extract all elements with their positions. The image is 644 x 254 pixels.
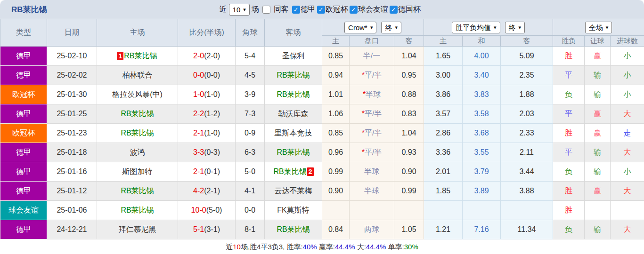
away-team-name: RB莱比锡 [273,167,307,175]
col-header-corner: 角球 [236,19,265,47]
avg-odds-draw: 4.00 [463,47,501,66]
sub-header-handicap: 盘口 [350,36,394,47]
avg-odds-draw: 7.16 [463,220,501,239]
handicap-cell: *平/半 [350,143,394,162]
away-team: 圣保利 [265,47,322,66]
table-row: 德甲 25-01-18 波鸿 3-3(0-3) 6-3 RB莱比锡 0.96 *… [0,143,644,162]
league-badge: 欧冠杯 [0,124,47,143]
league-filter-checkbox[interactable]: ✓ [390,6,398,14]
halftime-score: (3-1) [204,225,220,233]
corner-count: 4-1 [236,182,265,201]
fulltime-score: 1-0 [193,90,204,98]
match-date: 25-01-25 [47,104,97,124]
away-team-name: RB莱比锡 [276,71,310,79]
summary-segment: 30% [404,243,418,251]
same-venue-label: 同客 [274,5,289,15]
team-title: RB莱比锡 [11,4,47,15]
avg-odds-home [424,201,463,220]
col-header-date: 日期 [47,19,97,47]
summary-segment: 赢率: [317,243,335,251]
avg-odds-away: 2.33 [501,124,553,143]
match-count-select[interactable]: 10 ▾ [229,4,250,16]
handicap-value: 半球 [366,90,381,98]
col-header-score: 比分(半场) [178,19,236,47]
away-team: RB莱比锡 [265,143,322,162]
avg-odds-draw [463,201,501,220]
away-team-name: 云达不莱梅 [274,187,313,195]
league-filter-checkbox[interactable]: ✓ [317,6,325,14]
avg-odds-home: 3.57 [424,104,463,124]
league-badge: 德甲 [0,66,47,85]
odds-time-value: 终 [385,23,392,32]
home-team-name: 波鸿 [130,148,146,156]
home-team: 斯图加特 [97,162,178,182]
games-label: 场 [252,5,259,15]
odds-away: 0.95 [394,66,424,85]
league-filter-label: 欧冠杯 [326,5,348,15]
odds-home: 0.96 [322,143,350,162]
score-cell: 2-2(1-2) [178,104,236,124]
corner-count: 3-9 [236,85,265,104]
avg-time-select[interactable]: 终 ▾ [505,22,525,33]
match-history-panel: RB莱比锡 近 10 ▾ 场 同客 ✓德甲✓欧冠杯✓球会友谊✓德国杯 类型 [0,0,644,254]
odds-home: 0.94 [322,66,350,85]
away-team-name: 圣保利 [282,52,305,60]
avg-odds-value: 胜平负均值 [456,23,491,32]
result-cell: 平 [553,104,585,124]
odds-company-select[interactable]: Crow* ▾ [344,22,376,33]
halftime-score: (0-1) [204,167,220,175]
avg-odds-home: 3.36 [424,143,463,162]
result-cell: 平 [553,143,585,162]
league-badge: 德甲 [0,220,47,239]
chevron-down-icon: ▾ [395,23,398,32]
home-team-name: RB莱比锡 [120,187,154,195]
handicap-value: 平/半 [365,110,382,118]
fulltime-select[interactable]: 全场 ▾ [585,22,612,33]
avg-odds-select[interactable]: 胜平负均值 ▾ [452,22,500,33]
league-filters: ✓德甲✓欧冠杯✓球会友谊✓德国杯 [291,5,421,15]
halftime-score: (1-0) [204,129,220,137]
sub-header-handicap-result: 让球 [585,36,611,47]
avg-odds-away: 2.03 [501,104,553,124]
handicap-result-cell: 赢 [585,124,611,143]
avg-odds-home: 1.85 [424,182,463,201]
chevron-down-icon: ▾ [519,23,522,32]
corner-count: 4-5 [236,66,265,85]
goals-cell: 大 [611,143,644,162]
handicap-cell: *平/半 [350,104,394,124]
odds-home: 0.84 [322,220,350,239]
handicap-value: 半/一 [363,52,380,60]
same-venue-checkbox[interactable] [262,6,270,14]
avg-odds-draw: 3.83 [463,85,501,104]
away-team-name: RB莱比锡 [276,225,310,233]
avg-odds-draw: 3.58 [463,104,501,124]
fulltime-value: 全场 [589,23,603,32]
corner-count: 5-0 [236,162,265,182]
avg-odds-home: 1.21 [424,220,463,239]
avg-odds-home: 2.01 [424,162,463,182]
sub-header-avg-away: 客 [501,36,553,47]
odds-away: 1.04 [394,124,424,143]
halftime-score: (0-3) [204,148,220,156]
odds-home: 0.85 [322,47,350,66]
goals-cell: 小 [611,162,644,182]
handicap-cell: 半/一 [350,47,394,66]
table-row: 德甲 25-01-16 斯图加特 2-1(0-1) 5-0 RB莱比锡2 0.9… [0,162,644,182]
avg-odds-home: 1.65 [424,47,463,66]
away-team-name: FK莫斯特 [277,206,310,214]
league-filter-checkbox[interactable]: ✓ [350,6,358,14]
avg-odds-draw: 3.79 [463,162,501,182]
away-team-name: 勒沃库森 [278,110,309,118]
halftime-score: (1-2) [204,110,220,118]
league-filter-label: 德甲 [301,5,316,15]
avg-odds-away: 2.11 [501,143,553,162]
odds-time-select[interactable]: 终 ▾ [381,22,401,33]
handicap-result-cell: 输 [585,143,611,162]
avg-odds-draw: 3.68 [463,124,501,143]
result-cell: 负 [553,162,585,182]
home-team: 拜仁慕尼黑 [97,220,178,239]
summary-segment: 单率: [386,243,404,251]
home-team-name: RB莱比锡 [120,206,154,214]
league-filter-checkbox[interactable]: ✓ [292,6,300,14]
avg-odds-home: 3.86 [424,85,463,104]
